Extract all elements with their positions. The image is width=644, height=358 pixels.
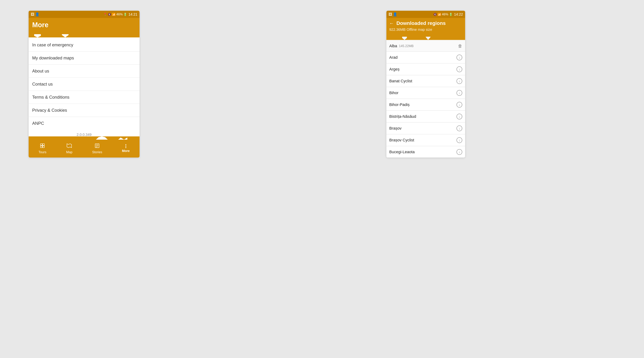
time-right: 14:22 [454, 12, 463, 17]
region-bihor[interactable]: Bihor ↓ [386, 87, 465, 99]
download-bihor-padis-button[interactable]: ↓ [456, 102, 462, 108]
menu-item-anpc[interactable]: ANPC [28, 117, 140, 130]
downloaded-title: Downloaded regions [396, 21, 446, 26]
download-bihor-button[interactable]: ↓ [456, 90, 462, 96]
regions-list: Alba 145.22MB 🗑 Arad ↓ Argeș ↓ Banat Cyc… [386, 41, 465, 158]
region-arad[interactable]: Arad ↓ [386, 52, 465, 63]
back-button[interactable]: ← [389, 21, 394, 26]
svg-rect-3 [42, 146, 44, 148]
status-icons-right: 📍 🔇 📶 46% 🔋 14:21 [104, 12, 138, 17]
download-banat-button[interactable]: ↓ [456, 78, 462, 84]
region-brasov-cyclist-left: Brașov Cyclist [389, 138, 414, 143]
status-icons-left: 🖼 👤 [31, 12, 40, 17]
region-brasov-cyclist[interactable]: Brașov Cyclist ↓ [386, 134, 465, 146]
region-bistrita-left: Bistrița-Năsăud [389, 114, 416, 119]
region-bihor-left: Bihor [389, 91, 398, 95]
battery-r: 46% [442, 13, 448, 16]
header-top: ← Downloaded regions [389, 21, 462, 26]
region-bihor-name: Bihor [389, 91, 398, 95]
image-icon: 🖼 [31, 12, 34, 17]
right-phone: 🖼 👤 🔇 📶 46% 🔋 14:22 ← Downloaded regions… [386, 11, 465, 158]
region-banat-left: Banat Cyclist [389, 79, 412, 83]
download-brasov-cyclist-button[interactable]: ↓ [456, 137, 462, 143]
stories-icon [94, 143, 100, 149]
signal-icon-r: 📶 [438, 13, 441, 16]
region-alba-left: Alba 145.22MB [389, 44, 414, 48]
more-label: More [122, 149, 130, 153]
map-icon [66, 143, 72, 149]
region-brasov[interactable]: Brașov ↓ [386, 123, 465, 134]
region-bistrita[interactable]: Bistrița-Năsăud ↓ [386, 111, 465, 122]
mute-icon-r: 🔇 [433, 13, 437, 16]
menu-item-maps[interactable]: My downloaded maps [28, 52, 140, 65]
offline-size: 922.36MB Offline map size [389, 28, 462, 32]
more-icon [126, 144, 126, 148]
user-icon: 👤 [35, 12, 40, 17]
region-brasov-name: Brașov [389, 126, 402, 131]
status-bar-left: 🖼 👤 📍 🔇 📶 46% 🔋 14:21 [28, 11, 140, 18]
region-arges[interactable]: Argeș ↓ [386, 64, 465, 75]
download-bistrita-button[interactable]: ↓ [456, 114, 462, 119]
bottom-navigation: Tours Map Stories [28, 140, 140, 158]
region-bucegi-left: Bucegi-Leaota [389, 150, 415, 154]
region-bucegi[interactable]: Bucegi-Leaota ↓ [386, 146, 465, 158]
tours-label: Tours [38, 150, 46, 154]
menu-list: In case of emergency My downloaded maps … [28, 39, 140, 130]
region-banat[interactable]: Banat Cyclist ↓ [386, 75, 465, 87]
svg-rect-2 [40, 146, 42, 148]
battery-percent: 46% [116, 13, 123, 16]
menu-item-emergency[interactable]: In case of emergency [28, 39, 140, 52]
menu-item-privacy[interactable]: Privacy & Cookies [28, 104, 140, 117]
region-bistrita-name: Bistrița-Năsăud [389, 114, 416, 119]
status-bar-right: 🖼 👤 🔇 📶 46% 🔋 14:22 [386, 11, 465, 18]
region-bihor-padis-name: Bihor-Padiș [389, 102, 410, 107]
region-brasov-cyclist-name: Brașov Cyclist [389, 138, 414, 143]
region-bihor-padis-left: Bihor-Padiș [389, 102, 410, 107]
user-icon-r: 👤 [393, 12, 397, 17]
mute-icon: 🔇 [108, 13, 111, 16]
region-arges-name: Argeș [389, 67, 400, 72]
stories-label: Stories [92, 150, 102, 154]
download-arges-button[interactable]: ↓ [456, 66, 462, 72]
nav-stories[interactable]: Stories [88, 143, 106, 154]
status-right-right: 🔇 📶 46% 🔋 14:22 [433, 12, 463, 17]
battery-icon: 🔋 [124, 13, 127, 16]
region-arad-name: Arad [389, 55, 398, 60]
time-left: 14:21 [128, 12, 138, 17]
region-brasov-left: Brașov [389, 126, 402, 131]
download-bucegi-button[interactable]: ↓ [456, 149, 462, 155]
region-alba[interactable]: Alba 145.22MB 🗑 [386, 41, 465, 52]
svg-rect-0 [40, 144, 42, 146]
location-icon: 📍 [104, 13, 107, 16]
nav-tours[interactable]: Tours [35, 143, 50, 154]
map-label: Map [66, 150, 72, 154]
status-icons-right-left: 🖼 👤 [388, 12, 397, 17]
battery-icon-r: 🔋 [449, 13, 452, 16]
region-arad-left: Arad [389, 55, 398, 60]
downloaded-header: ← Downloaded regions 922.36MB Offline ma… [386, 18, 465, 37]
region-alba-name: Alba [389, 44, 397, 48]
more-header: More [28, 18, 140, 34]
nav-more[interactable]: More [118, 144, 133, 153]
region-bucegi-name: Bucegi-Leaota [389, 150, 415, 154]
image-icon-r: 🖼 [388, 12, 392, 17]
region-arges-left: Argeș [389, 67, 400, 72]
tours-icon [40, 143, 45, 149]
download-brasov-button[interactable]: ↓ [456, 126, 462, 131]
nav-map[interactable]: Map [62, 143, 76, 154]
region-bihor-padis[interactable]: Bihor-Padiș ↓ [386, 99, 465, 111]
svg-marker-4 [67, 144, 72, 148]
download-arad-button[interactable]: ↓ [456, 55, 462, 60]
signal-icon: 📶 [112, 13, 116, 16]
region-banat-name: Banat Cyclist [389, 79, 412, 83]
svg-rect-1 [42, 144, 44, 146]
left-phone: 🖼 👤 📍 🔇 📶 46% 🔋 14:21 More In case of em… [28, 11, 140, 158]
delete-alba-button[interactable]: 🗑 [458, 44, 462, 49]
menu-item-about[interactable]: About us [28, 65, 140, 78]
menu-item-terms[interactable]: Terms & Conditions [28, 91, 140, 104]
region-alba-size: 145.22MB [399, 44, 414, 48]
menu-item-contact[interactable]: Contact us [28, 78, 140, 91]
more-title: More [32, 21, 136, 29]
